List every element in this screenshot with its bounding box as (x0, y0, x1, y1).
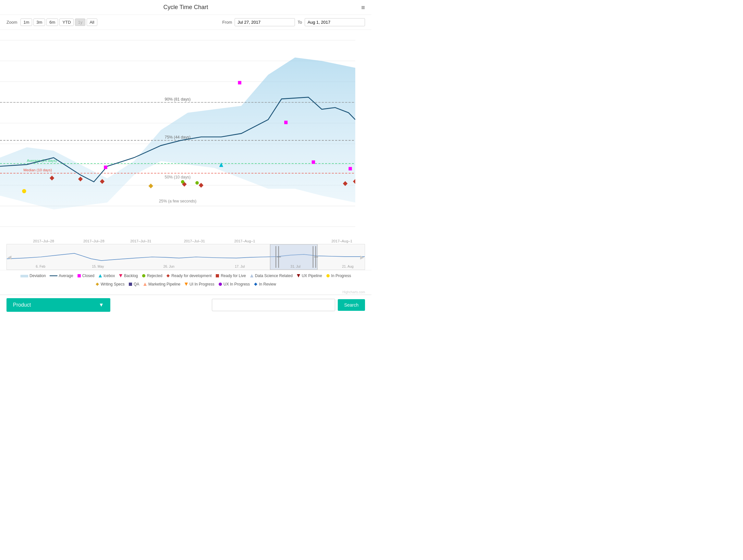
product-dropdown-label: Product (13, 302, 31, 308)
legend-item-in-progress: In Progress (326, 273, 351, 278)
svg-rect-23 (312, 160, 315, 164)
legend-label-ux-in-progress: UX In Progress (224, 282, 250, 287)
svg-marker-84 (254, 283, 257, 286)
zoom-label: Zoom (6, 20, 17, 25)
svg-rect-21 (238, 81, 241, 85)
toolbar: Zoom 1m 3m 6m YTD 1y All From To (0, 15, 372, 30)
svg-text:2017–Jul–28: 2017–Jul–28 (33, 239, 54, 243)
legend-item-backlog: Backlog (119, 273, 138, 278)
legend-item-data-science: Data Science Related (250, 273, 293, 278)
date-range: From To (222, 18, 365, 26)
svg-text:15. May: 15. May (92, 264, 104, 268)
legend-item-marketing-pipeline: Marketing Pipeline (143, 282, 180, 287)
svg-text:2017–Aug–1: 2017–Aug–1 (234, 239, 255, 243)
navigator[interactable]: 6. Feb 15. May 26. Jun 17. Jul 31. Jul 2… (6, 244, 365, 270)
hamburger-menu-icon[interactable]: ≡ (361, 4, 365, 11)
svg-text:6. Feb: 6. Feb (36, 264, 45, 268)
page-header: Cycle Time Chart ≡ (0, 0, 372, 15)
ready-for-live-icon (215, 274, 219, 278)
svg-rect-68 (20, 275, 28, 277)
svg-text:31. Jul: 31. Jul (291, 264, 300, 268)
legend-item-ux-pipeline: UX Pipeline (297, 273, 322, 278)
svg-marker-10 (0, 57, 355, 209)
legend-label-average: Average (59, 273, 73, 278)
ux-pipeline-icon (297, 274, 300, 278)
legend-label-icebox: Icebox (103, 273, 115, 278)
legend-item-qa: QA (129, 282, 139, 287)
main-chart-svg: 90% (81 days) 75% (44 days) Average (24 … (0, 30, 355, 244)
svg-marker-82 (185, 283, 188, 286)
legend-label-ux-pipeline: UX Pipeline (302, 273, 322, 278)
closed-icon (77, 274, 81, 278)
legend-label-ready-for-dev: Ready for development (171, 273, 212, 278)
svg-point-73 (142, 274, 145, 277)
legend-item-in-review: In Review (254, 282, 276, 287)
svg-rect-24 (348, 167, 352, 171)
navigator-svg: 6. Feb 15. May 26. Jun 17. Jul 31. Jul 2… (7, 244, 365, 270)
legend-label-in-progress: In Progress (331, 273, 351, 278)
svg-marker-76 (250, 274, 253, 277)
svg-marker-72 (119, 274, 122, 277)
legend-label-data-science: Data Science Related (255, 273, 293, 278)
search-input[interactable] (212, 299, 335, 311)
zoom-all-button[interactable]: All (87, 18, 97, 26)
icebox-icon (98, 274, 102, 278)
product-dropdown-button[interactable]: Product ▼ (6, 298, 110, 312)
dropdown-arrow-icon: ▼ (99, 302, 104, 308)
svg-marker-77 (297, 274, 300, 277)
svg-marker-79 (96, 283, 99, 286)
svg-rect-25 (104, 166, 107, 169)
zoom-6m-button[interactable]: 6m (46, 18, 58, 26)
svg-point-34 (22, 189, 26, 193)
average-line-icon (50, 274, 57, 278)
deviation-icon (20, 274, 28, 278)
page-title: Cycle Time Chart (163, 4, 208, 11)
legend-label-writing-specs: Writing Specs (100, 282, 125, 287)
in-progress-icon (326, 274, 330, 278)
legend-label-deviation: Deviation (30, 273, 46, 278)
legend-item-ui-in-progress: UI In Progress (184, 282, 214, 287)
legend-item-ready-for-dev: Ready for development (166, 273, 212, 278)
navigator-left-arrow[interactable]: ◀ (7, 254, 11, 260)
svg-rect-70 (78, 274, 81, 277)
svg-text:Median (10 days): Median (10 days) (24, 168, 52, 172)
legend-item-icebox: Icebox (98, 273, 115, 278)
zoom-3m-button[interactable]: 3m (33, 18, 45, 26)
legend-label-ready-for-live: Ready for Live (221, 273, 246, 278)
chart-area: 90% (81 days) 75% (44 days) Average (24 … (0, 30, 372, 244)
svg-text:2017–Jul–28: 2017–Jul–28 (83, 239, 104, 243)
data-science-icon (250, 274, 254, 278)
zoom-1y-button[interactable]: 1y (75, 18, 85, 26)
legend-label-ui-in-progress: UI In Progress (189, 282, 214, 287)
legend-label-backlog: Backlog (124, 273, 138, 278)
svg-text:2017–Aug–1: 2017–Aug–1 (332, 239, 352, 243)
svg-marker-74 (167, 274, 170, 277)
svg-text:75% (44 days): 75% (44 days) (165, 135, 191, 139)
svg-rect-75 (216, 274, 219, 277)
legend-label-marketing-pipeline: Marketing Pipeline (148, 282, 180, 287)
marketing-pipeline-icon (143, 282, 147, 286)
legend-label-rejected: Rejected (147, 273, 162, 278)
search-button[interactable]: Search (338, 299, 365, 311)
zoom-ytd-button[interactable]: YTD (59, 18, 74, 26)
backlog-icon (119, 274, 123, 278)
svg-point-37 (195, 181, 199, 185)
from-date-input[interactable] (234, 18, 295, 26)
in-review-icon (254, 282, 258, 286)
svg-text:50% (10 days): 50% (10 days) (165, 175, 191, 179)
legend-item-ready-for-live: Ready for Live (215, 273, 246, 278)
ux-in-progress-icon (218, 282, 222, 286)
rejected-icon (142, 274, 146, 278)
svg-point-36 (181, 180, 184, 184)
ready-for-dev-icon (166, 274, 170, 278)
highcharts-credit: Highcharts.com (0, 290, 372, 295)
legend-label-in-review: In Review (259, 282, 276, 287)
svg-rect-80 (129, 283, 132, 286)
svg-text:2017–Jul–31: 2017–Jul–31 (184, 239, 205, 243)
svg-text:26. Jun: 26. Jun (163, 264, 174, 268)
qa-icon (129, 282, 132, 286)
to-label: To (298, 20, 302, 25)
to-date-input[interactable] (305, 18, 365, 26)
navigator-right-arrow[interactable]: ▶ (360, 254, 364, 260)
zoom-1m-button[interactable]: 1m (20, 18, 32, 26)
